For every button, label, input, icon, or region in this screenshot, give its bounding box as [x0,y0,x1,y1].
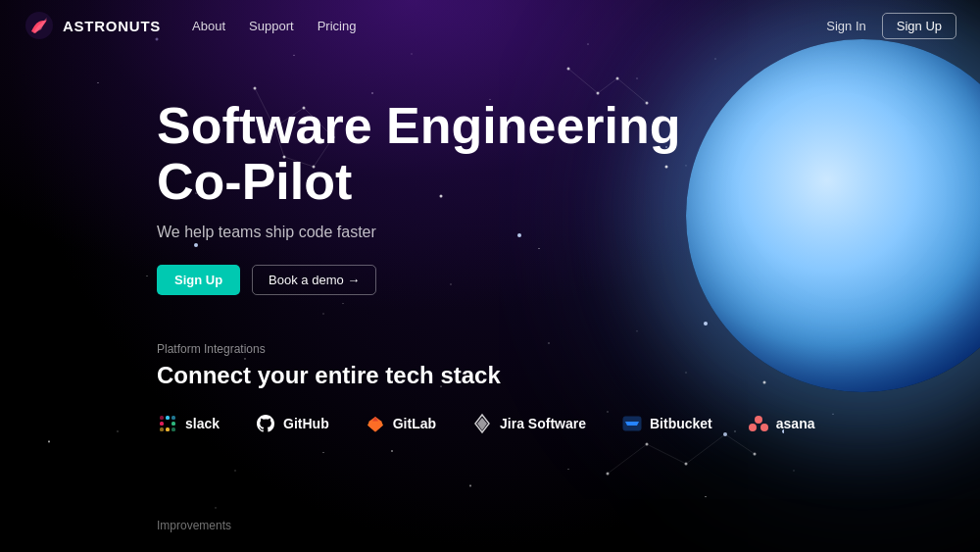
svg-rect-43 [160,427,164,431]
svg-rect-38 [166,416,170,420]
slack-icon [157,413,178,434]
gitlab-label: GitLab [393,416,436,431]
logo-text: ASTRONUTS [63,18,161,34]
svg-rect-40 [172,422,175,426]
hero-section: Software Engineering Co-Pilot We help te… [0,51,980,295]
integrations-section: Platform Integrations Connect your entir… [0,295,980,434]
bitbucket-label: Bitbucket [650,416,712,431]
signup-hero-button[interactable]: Sign Up [157,265,240,295]
svg-point-45 [755,416,762,424]
signup-nav-button[interactable]: Sign Up [882,13,956,39]
nav-link-about[interactable]: About [192,19,225,33]
svg-point-47 [760,424,768,431]
github-icon [255,413,276,434]
integration-gitlab: GitLab [365,413,436,434]
svg-rect-37 [160,416,164,420]
signin-button[interactable]: Sign In [826,19,865,33]
nav-links: About Support Pricing [192,19,826,33]
improvements-label: Improvements [157,519,231,532]
demo-button[interactable]: Book a demo → [252,265,376,295]
integrations-label: Platform Integrations [157,342,980,356]
nav-actions: Sign In Sign Up [826,13,956,39]
astronuts-logo-icon [24,10,55,41]
svg-rect-41 [172,427,175,431]
gitlab-icon [365,413,386,434]
logo-area[interactable]: ASTRONUTS [24,10,161,41]
svg-rect-36 [160,422,164,426]
asana-icon [748,413,769,434]
integration-slack: slack [157,413,220,434]
svg-rect-42 [166,427,170,431]
github-label: GitHub [283,416,329,431]
hero-title: Software Engineering Co-Pilot [157,98,745,210]
integration-logos: slack GitHub Gi [157,413,980,434]
bitbucket-icon [621,413,643,434]
jira-label: Jira Software [500,416,586,431]
integration-jira: Jira Software [471,413,586,434]
hero-buttons: Sign Up Book a demo → [157,265,980,295]
integration-asana: asana [748,413,815,434]
jira-icon [471,413,493,434]
nav-link-pricing[interactable]: Pricing [318,19,357,33]
svg-point-46 [749,424,757,431]
slack-label: slack [185,416,220,431]
integration-github: GitHub [255,413,329,434]
hero-subtitle: We help teams ship code faster [157,224,980,241]
svg-rect-39 [172,416,175,420]
integration-bitbucket: Bitbucket [621,413,712,434]
nav-link-support[interactable]: Support [249,19,294,33]
integrations-title: Connect your entire tech stack [157,362,980,389]
navbar: ASTRONUTS About Support Pricing Sign In … [0,0,980,51]
asana-label: asana [776,416,815,431]
